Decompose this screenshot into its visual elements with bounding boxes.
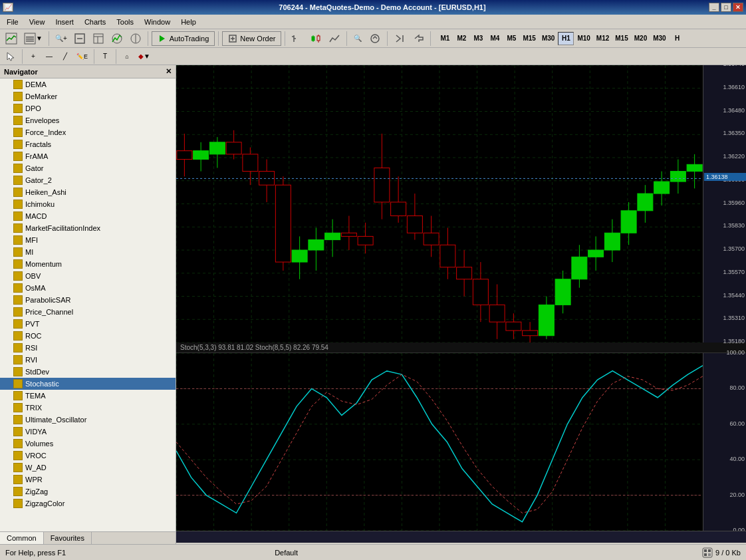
tf-m12[interactable]: M12 [594, 32, 612, 45]
minimize-button[interactable]: _ [709, 3, 719, 12]
magnify-button[interactable]: 🔍 [350, 31, 365, 46]
nav-item-momentum[interactable]: Momentum [0, 258, 176, 270]
svg-rect-4 [26, 41, 34, 42]
tf-m10[interactable]: M10 [574, 32, 592, 45]
menu-file[interactable]: File [1, 17, 24, 27]
nav-tab-favourites[interactable]: Favourites [44, 532, 92, 544]
tf-m4[interactable]: M4 [487, 32, 503, 45]
fib-button[interactable]: ⌂ [120, 49, 134, 64]
tf-m1[interactable]: M1 [437, 32, 453, 45]
zoom-out-button[interactable] [71, 31, 88, 46]
tf-m3[interactable]: M3 [470, 32, 486, 45]
menu-window[interactable]: Window [139, 17, 176, 27]
nav-item-zigzagcolor[interactable]: ZigzagColor [0, 497, 176, 509]
scroll-button[interactable] [366, 31, 384, 46]
new-chart-button[interactable] [3, 31, 20, 46]
navigator-close-button[interactable]: ✕ [166, 67, 172, 76]
nav-item-obv[interactable]: OBV [0, 270, 176, 282]
tf-m30b[interactable]: M30 [650, 32, 668, 45]
nav-item-osma[interactable]: OsMA [0, 282, 176, 294]
maximize-button[interactable]: □ [721, 3, 731, 12]
nav-item-marketfacilitationindex[interactable]: MarketFacilitationIndex [0, 222, 176, 234]
tf-m2[interactable]: M2 [453, 32, 469, 45]
scroll-end-button[interactable] [391, 31, 408, 46]
template-button[interactable] [90, 31, 107, 46]
draw-line-button[interactable]: ╱ [58, 49, 72, 64]
tf-m15b[interactable]: M15 [612, 32, 630, 45]
nav-item-gator_2[interactable]: Gator_2 [0, 174, 176, 186]
tf-h1b[interactable]: H [670, 32, 685, 45]
menu-tools[interactable]: Tools [111, 17, 139, 27]
nav-item-mi[interactable]: MI [0, 246, 176, 258]
nav-item-dpo[interactable]: DPO [0, 102, 176, 114]
nav-item-price_channel[interactable]: Price_Channel [0, 306, 176, 318]
hline-button[interactable]: — [42, 49, 57, 64]
nav-item-force_index[interactable]: Force_Index [0, 126, 176, 138]
chart-type-line[interactable] [326, 31, 343, 46]
nav-item-trix[interactable]: TRIX [0, 402, 176, 414]
nav-item-rvi[interactable]: RVI [0, 354, 176, 366]
nav-item-gator[interactable]: Gator [0, 162, 176, 174]
nav-item-ichimoku[interactable]: Ichimoku [0, 198, 176, 210]
tf-h1[interactable]: H1 [558, 32, 574, 45]
nav-item-dema[interactable]: DEMA [0, 78, 176, 90]
price-canvas[interactable] [176, 65, 703, 343]
nav-item-frama[interactable]: FrAMA [0, 150, 176, 162]
draw-tools-button[interactable]: ✏️E [74, 49, 90, 64]
nav-item-wpr[interactable]: WPR [0, 474, 176, 486]
indicator-icon [13, 247, 23, 257]
nav-item-ultimate_oscillator[interactable]: Ultimate_Oscillator [0, 414, 176, 426]
indicator-icon [13, 295, 23, 305]
tf-m5[interactable]: M5 [503, 32, 519, 45]
indicators-button[interactable] [108, 31, 126, 46]
crosshair-button[interactable]: + [26, 49, 41, 64]
nav-item-parabolicsar[interactable]: ParabolicSAR [0, 294, 176, 306]
cursor-button[interactable] [3, 49, 19, 64]
price-chart[interactable]: 1.367401.366101.364801.363501.362201.360… [176, 65, 746, 343]
nav-item-fractals[interactable]: Fractals [0, 138, 176, 150]
menu-bar: File View Insert Charts Tools Window Hel… [0, 15, 746, 29]
nav-tab-common[interactable]: Common [0, 532, 44, 544]
nav-item-zigzag[interactable]: ZigZag [0, 486, 176, 497]
menu-charts[interactable]: Charts [79, 17, 111, 27]
text-button[interactable]: T [98, 49, 112, 64]
auto-scroll-button[interactable] [410, 31, 427, 46]
nav-item-vidya[interactable]: VIDYA [0, 426, 176, 438]
menu-help[interactable]: Help [176, 17, 201, 27]
tf-m30[interactable]: M30 [539, 32, 557, 45]
new-order-button[interactable]: New Order [222, 31, 281, 46]
nav-item-heiken_ashi[interactable]: Heiken_Ashi [0, 186, 176, 198]
nav-item-w_ad[interactable]: W_AD [0, 462, 176, 474]
nav-item-volumes[interactable]: Volumes [0, 438, 176, 450]
chart-type-candle[interactable] [307, 31, 324, 46]
nav-item-pvt[interactable]: PVT [0, 318, 176, 330]
navigator-title: Navigator [4, 68, 38, 76]
nav-item-tema[interactable]: TEMA [0, 390, 176, 402]
zoom-in-button[interactable]: 🔍+ [53, 31, 70, 46]
nav-item-vroc[interactable]: VROC [0, 450, 176, 462]
window-controls[interactable]: _ □ ✕ [709, 3, 743, 12]
nav-item-stddev[interactable]: StdDev [0, 366, 176, 378]
status-profile: Default [275, 549, 298, 557]
nav-item-rsi[interactable]: RSI [0, 342, 176, 354]
stoch-chart[interactable]: 100.0080.0060.0040.0020.000.00 [176, 353, 746, 531]
chart-type-bar[interactable] [289, 31, 306, 46]
stoch-canvas[interactable] [176, 353, 703, 531]
tf-m20[interactable]: M20 [632, 32, 650, 45]
indicator-icon [13, 319, 23, 329]
nav-item-demarker[interactable]: DeMarker [0, 90, 176, 102]
profiles-button[interactable]: ▼ [21, 31, 45, 46]
main-content: Navigator ✕ DEMADeMarkerDPOEnvelopesForc… [0, 65, 746, 544]
autotrading-button[interactable]: AutoTrading [152, 31, 215, 46]
nav-item-envelopes[interactable]: Envelopes [0, 114, 176, 126]
period-sep-button[interactable] [127, 31, 144, 46]
nav-item-stochastic[interactable]: Stochastic [0, 378, 176, 390]
menu-insert[interactable]: Insert [50, 17, 79, 27]
menu-view[interactable]: View [24, 17, 51, 27]
color-button[interactable]: ◆▼ [136, 49, 153, 64]
nav-item-roc[interactable]: ROC [0, 330, 176, 342]
nav-item-mfi[interactable]: MFI [0, 234, 176, 246]
close-button[interactable]: ✕ [733, 3, 743, 12]
tf-m15[interactable]: M15 [520, 32, 538, 45]
nav-item-macd[interactable]: MACD [0, 210, 176, 222]
